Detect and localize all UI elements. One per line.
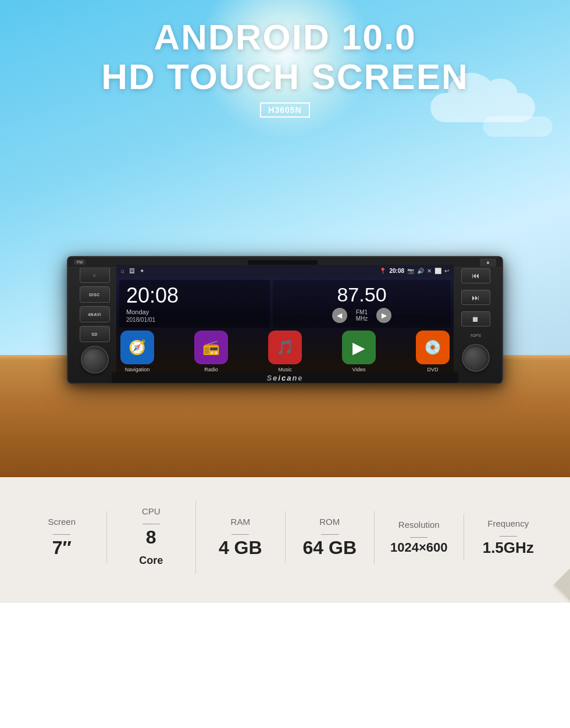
- clock-day: Monday: [126, 308, 263, 315]
- frequency-spec-value: 1.5GHz: [483, 539, 534, 556]
- right-panel: ⏮ ⏭ ⏹ †GPS: [454, 262, 497, 378]
- clock-panel: 20:08 Monday 2018/01/01: [119, 280, 270, 328]
- spec-divider-3: [231, 534, 249, 535]
- back-icon: ↩: [444, 268, 449, 274]
- specs-grid: Screen 7″ CPU 8Core RAM 4 GB ROM 64 GB R…: [17, 500, 553, 574]
- rom-spec-value: 64 GB: [303, 538, 357, 558]
- status-bar: ⌂ 🖼 ✦ 📍 20:08 📷 🔊 ✕ ⬜ ↩: [116, 265, 454, 277]
- eject-button[interactable]: ▲: [480, 258, 496, 267]
- status-right-icons: 📍 20:08 📷 🔊 ✕ ⬜ ↩: [379, 268, 449, 274]
- radio-prev-button[interactable]: ◀: [332, 308, 347, 323]
- resolution-spec-label: Resolution: [398, 520, 440, 530]
- header-line1: ANDROID 10.0: [101, 17, 469, 57]
- spec-divider-4: [321, 534, 339, 535]
- radio-panel: 87.50 ◀ FM1 MHz ▶: [273, 280, 451, 328]
- header-line2: HD TOUCH SCREEN: [101, 57, 469, 97]
- sd-button[interactable]: SD: [80, 326, 110, 342]
- spec-divider-2: [142, 524, 160, 524]
- music-label: Music: [278, 367, 292, 372]
- spec-frequency: Frequency 1.5GHz: [464, 513, 553, 562]
- stereo-unit: FM ▲ ⌂ DISC 4NAVI SD ⌂ 🖼 ✦: [67, 256, 503, 384]
- left-panel: ⌂ DISC 4NAVI SD: [73, 262, 116, 378]
- disc-button[interactable]: DISC: [80, 286, 110, 303]
- camera-icon: 📷: [407, 268, 414, 274]
- radio-mhz: MHz: [356, 315, 368, 322]
- home-status-icon: ⌂: [121, 268, 124, 274]
- spec-rom: ROM 64 GB: [286, 511, 375, 564]
- cpu-spec-value: 8Core: [139, 527, 163, 568]
- location-icon: 📍: [379, 268, 386, 274]
- radio-label: Radio: [204, 367, 218, 372]
- clock-time: 20:08: [126, 285, 263, 306]
- app-video[interactable]: ▶ Video: [342, 331, 376, 372]
- gps-label: †GPS: [470, 333, 481, 338]
- right-knob[interactable]: [462, 344, 490, 372]
- video-icon: ▶: [342, 331, 376, 364]
- ram-spec-value: 4 GB: [219, 538, 262, 558]
- frequency-spec-label: Frequency: [487, 519, 529, 528]
- app-grid: 🧭 Navigation 📻 Radio 🎵 Music ▶: [119, 331, 451, 372]
- radio-controls: ◀ FM1 MHz ▶: [332, 308, 392, 323]
- radio-next-button[interactable]: ▶: [376, 308, 391, 323]
- status-left-icons: ⌂ 🖼 ✦: [121, 268, 144, 274]
- dvd-label: DVD: [427, 367, 438, 372]
- spec-ram: RAM 4 GB: [196, 511, 286, 564]
- brand-name: Seicane: [266, 374, 303, 382]
- navigation-label: Navigation: [125, 367, 150, 372]
- dvd-icon: 💿: [416, 331, 450, 364]
- screen-content: 20:08 Monday 2018/01/01 87.50 ◀ FM1: [116, 277, 454, 375]
- radio-frequency: 87.50: [337, 285, 386, 304]
- spec-divider-1: [53, 534, 70, 535]
- info-display: 20:08 Monday 2018/01/01 87.50 ◀ FM1: [119, 280, 451, 328]
- sky-background: ANDROID 10.0 HD TOUCH SCREEN H3605N FM ▲…: [0, 0, 570, 477]
- resolution-spec-value: 1024×600: [390, 541, 448, 555]
- navi-button[interactable]: 4NAVI: [80, 306, 110, 322]
- specs-section: Screen 7″ CPU 8Core RAM 4 GB ROM 64 GB R…: [0, 477, 570, 603]
- header-title-block: ANDROID 10.0 HD TOUCH SCREEN H3605N: [101, 17, 469, 118]
- spec-resolution: Resolution 1024×600: [375, 514, 464, 560]
- screen[interactable]: ⌂ 🖼 ✦ 📍 20:08 📷 🔊 ✕ ⬜ ↩: [116, 265, 454, 375]
- navigation-icon: 🧭: [120, 331, 154, 364]
- radio-icon: 📻: [194, 331, 228, 364]
- skip-next-button[interactable]: ⏭: [461, 290, 490, 305]
- clock-date: 2018/01/01: [126, 317, 263, 323]
- radio-band-label: FM1 MHz: [356, 309, 368, 322]
- music-icon: 🎵: [268, 331, 302, 364]
- spec-screen: Screen 7″: [17, 511, 107, 564]
- cpu-spec-label: CPU: [142, 506, 161, 516]
- volume-icon: 🔊: [417, 268, 424, 274]
- screen-spec-value: 7″: [52, 538, 72, 558]
- brand-strip: Seicane: [112, 372, 458, 383]
- fm-label: FM: [74, 260, 86, 265]
- disc-slot: [248, 260, 318, 265]
- app-dvd[interactable]: 💿 DVD: [416, 331, 450, 372]
- model-badge: H3605N: [260, 102, 309, 118]
- app-navigation[interactable]: 🧭 Navigation: [120, 331, 154, 372]
- cloud-decoration-2: [483, 116, 553, 137]
- app-music[interactable]: 🎵 Music: [268, 331, 302, 372]
- home-button[interactable]: ⌂: [80, 267, 110, 283]
- spec-cpu: CPU 8Core: [107, 500, 197, 574]
- skip-prev-button[interactable]: ⏮: [461, 268, 490, 283]
- image-status-icon: 🖼: [129, 268, 135, 274]
- screen-spec-label: Screen: [48, 517, 76, 527]
- left-knob[interactable]: [81, 346, 109, 374]
- spec-divider-5: [410, 537, 428, 538]
- status-time: 20:08: [389, 268, 404, 274]
- ram-spec-label: RAM: [231, 517, 250, 527]
- spec-divider-6: [500, 536, 517, 537]
- settings-status-icon: ✦: [140, 268, 144, 274]
- close-icon: ✕: [427, 268, 432, 274]
- video-label: Video: [352, 367, 366, 372]
- stop-button[interactable]: ⏹: [461, 311, 490, 326]
- app-radio[interactable]: 📻 Radio: [194, 331, 228, 372]
- device-area: FM ▲ ⌂ DISC 4NAVI SD ⌂ 🖼 ✦: [0, 198, 570, 477]
- window-icon: ⬜: [434, 268, 441, 274]
- rom-spec-label: ROM: [319, 517, 340, 527]
- radio-band: FM1: [356, 309, 368, 315]
